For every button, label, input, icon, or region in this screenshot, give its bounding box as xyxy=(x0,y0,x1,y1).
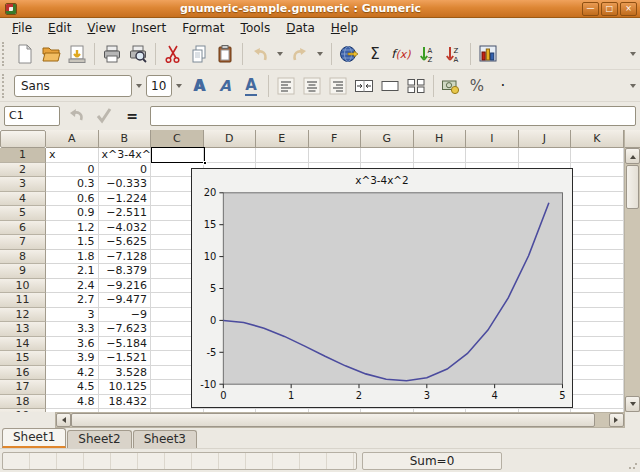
resize-grip[interactable] xyxy=(628,460,638,470)
row-header-2[interactable]: 2 xyxy=(0,163,46,178)
cell-K13[interactable] xyxy=(571,322,624,337)
row-header-9[interactable]: 9 xyxy=(0,264,46,279)
align-center-button[interactable] xyxy=(299,73,325,99)
thousands-separator-button[interactable]: · xyxy=(490,73,516,99)
formula-entry-input[interactable] xyxy=(150,106,636,126)
cell-K6[interactable] xyxy=(571,221,624,236)
cell-B9[interactable]: −8.379 xyxy=(99,264,152,279)
cell-B11[interactable]: −9.477 xyxy=(99,293,152,308)
cell-K5[interactable] xyxy=(571,206,624,221)
row-header-6[interactable]: 6 xyxy=(0,221,46,236)
font-name-combo[interactable]: Sans xyxy=(14,75,132,97)
cell-B17[interactable]: 10.125 xyxy=(99,380,152,395)
cell-A11[interactable]: 2.7 xyxy=(46,293,99,308)
cell-K3[interactable] xyxy=(571,177,624,192)
cut-button[interactable] xyxy=(160,41,186,67)
column-header-H[interactable]: H xyxy=(414,130,467,148)
cell-K4[interactable] xyxy=(571,192,624,207)
row-header-1[interactable]: 1 xyxy=(0,148,46,163)
cell-A3[interactable]: 0.3 xyxy=(46,177,99,192)
cell-A4[interactable]: 0.6 xyxy=(46,192,99,207)
cell-B18[interactable]: 18.432 xyxy=(99,395,152,410)
font-size-dropdown[interactable] xyxy=(172,73,186,99)
cell-K1[interactable] xyxy=(571,148,624,163)
row-header-8[interactable]: 8 xyxy=(0,250,46,265)
row-header-16[interactable]: 16 xyxy=(0,366,46,381)
format-as-money-button[interactable] xyxy=(438,73,464,99)
cell-B10[interactable]: −9.216 xyxy=(99,279,152,294)
insert-chart-button[interactable] xyxy=(475,41,501,67)
row-header-15[interactable]: 15 xyxy=(0,351,46,366)
cell-F1[interactable] xyxy=(309,148,362,163)
row-header-18[interactable]: 18 xyxy=(0,395,46,410)
toolbar-grip[interactable] xyxy=(2,42,9,66)
menu-item-format[interactable]: Format xyxy=(174,19,232,37)
menu-item-edit[interactable]: Edit xyxy=(40,19,79,37)
cell-K2[interactable] xyxy=(571,163,624,178)
cell-B16[interactable]: 3.528 xyxy=(99,366,152,381)
print-preview-button[interactable] xyxy=(125,41,151,67)
paste-button[interactable] xyxy=(212,41,238,67)
bold-button[interactable]: A xyxy=(186,73,212,99)
cell-A6[interactable]: 1.2 xyxy=(46,221,99,236)
format-as-percent-button[interactable]: % xyxy=(464,73,490,99)
insert-hyperlink-button[interactable] xyxy=(336,41,362,67)
scroll-up-button[interactable] xyxy=(625,148,640,164)
column-header-A[interactable]: A xyxy=(46,130,99,148)
sheet-tab-sheet1[interactable]: Sheet1 xyxy=(2,428,66,448)
sheet-tab-sheet3[interactable]: Sheet3 xyxy=(133,430,197,448)
scroll-left-button[interactable] xyxy=(56,413,71,427)
cell-A2[interactable]: 0 xyxy=(46,163,99,178)
select-all-corner[interactable] xyxy=(0,130,46,148)
cell-K17[interactable] xyxy=(571,380,624,395)
cell-A15[interactable]: 3.9 xyxy=(46,351,99,366)
cell-B2[interactable]: 0 xyxy=(99,163,152,178)
cell-G1[interactable] xyxy=(361,148,414,163)
row-header-7[interactable]: 7 xyxy=(0,235,46,250)
cell-A13[interactable]: 3.3 xyxy=(46,322,99,337)
scroll-down-button[interactable] xyxy=(625,396,640,412)
close-button[interactable]: × xyxy=(620,2,637,16)
menu-item-insert[interactable]: Insert xyxy=(124,19,174,37)
cell-K10[interactable] xyxy=(571,279,624,294)
cell-K8[interactable] xyxy=(571,250,624,265)
cell-B5[interactable]: −2.511 xyxy=(99,206,152,221)
cell-A17[interactable]: 4.5 xyxy=(46,380,99,395)
align-left-button[interactable] xyxy=(273,73,299,99)
cell-B14[interactable]: −5.184 xyxy=(99,337,152,352)
cell-A5[interactable]: 0.9 xyxy=(46,206,99,221)
font-name-dropdown[interactable] xyxy=(132,73,146,99)
menu-item-data[interactable]: Data xyxy=(278,19,323,37)
merge-cells-button[interactable] xyxy=(377,73,403,99)
cell-B4[interactable]: −1.224 xyxy=(99,192,152,207)
toolbar-overflow-button[interactable] xyxy=(626,73,640,99)
cell-B6[interactable]: −4.032 xyxy=(99,221,152,236)
cell-A7[interactable]: 1.5 xyxy=(46,235,99,250)
menu-item-help[interactable]: Help xyxy=(323,19,366,37)
cell-B1[interactable]: x^3-4x^2 xyxy=(99,148,152,163)
column-header-C[interactable]: C xyxy=(151,130,204,148)
column-header-B[interactable]: B xyxy=(99,130,152,148)
embedded-chart[interactable]: -10-505101520012345x^3-4x^2 xyxy=(191,168,573,408)
cell-A18[interactable]: 4.8 xyxy=(46,395,99,410)
underline-button[interactable]: A xyxy=(238,73,264,99)
center-across-selection-button[interactable] xyxy=(351,73,377,99)
cell-K11[interactable] xyxy=(571,293,624,308)
column-header-E[interactable]: E xyxy=(256,130,309,148)
sheet-tab-sheet2[interactable]: Sheet2 xyxy=(67,430,131,448)
cell-K18[interactable] xyxy=(571,395,624,410)
column-header-G[interactable]: G xyxy=(361,130,414,148)
cell-reference-box[interactable]: C1 xyxy=(4,106,60,126)
copy-button[interactable] xyxy=(186,41,212,67)
save-file-button[interactable] xyxy=(64,41,90,67)
accept-edit-button[interactable] xyxy=(92,104,116,128)
horizontal-scrollbar[interactable] xyxy=(55,412,625,428)
sort-ascending-button[interactable]: AZ xyxy=(414,41,440,67)
cell-E1[interactable] xyxy=(256,148,309,163)
equals-button[interactable]: = xyxy=(120,104,144,128)
cell-A14[interactable]: 3.6 xyxy=(46,337,99,352)
row-header-3[interactable]: 3 xyxy=(0,177,46,192)
row-header-11[interactable]: 11 xyxy=(0,293,46,308)
menu-item-tools[interactable]: Tools xyxy=(233,19,279,37)
cell-K9[interactable] xyxy=(571,264,624,279)
